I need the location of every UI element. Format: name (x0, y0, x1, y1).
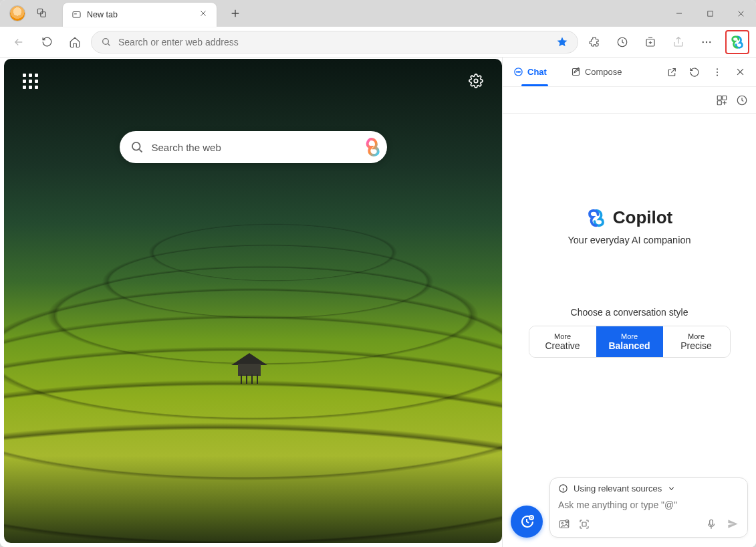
style-balanced-button[interactable]: More Balanced (596, 326, 663, 357)
add-image-button[interactable] (558, 518, 570, 530)
copilot-search-icon[interactable] (360, 136, 382, 158)
svg-point-12 (474, 79, 478, 83)
home-button[interactable] (63, 30, 87, 54)
background-hut-decoration (231, 353, 267, 380)
browser-tab[interactable]: New tab (63, 3, 217, 27)
info-icon (558, 483, 568, 494)
address-bar[interactable] (91, 31, 578, 53)
ask-box: Using relevant sources (549, 477, 748, 538)
copilot-tagline: Your everyday AI companion (568, 235, 690, 245)
panel-close-button[interactable] (731, 63, 749, 82)
panel-header: Chat Compose (503, 58, 756, 87)
svg-point-16 (518, 72, 519, 72)
svg-point-13 (132, 142, 140, 150)
tab-close-button[interactable] (199, 9, 210, 20)
chat-icon (513, 67, 523, 77)
svg-point-29 (561, 522, 563, 524)
page-settings-button[interactable] (469, 74, 483, 88)
svg-point-10 (706, 41, 707, 42)
svg-rect-5 (707, 11, 712, 15)
tab-favicon-icon (71, 9, 82, 20)
menu-button[interactable] (695, 30, 719, 54)
app-launcher-button[interactable] (23, 74, 38, 89)
tab-compose[interactable]: Compose (567, 64, 626, 80)
send-button[interactable] (727, 518, 739, 530)
search-icon (130, 140, 144, 154)
svg-point-9 (703, 41, 704, 42)
copilot-icon (730, 35, 745, 49)
visual-search-button[interactable] (578, 518, 590, 530)
panel-history-button[interactable] (736, 94, 748, 106)
search-icon (101, 37, 112, 47)
svg-rect-23 (723, 96, 727, 100)
svg-rect-24 (717, 100, 721, 104)
ntp-search-placeholder: Search the web (152, 142, 352, 153)
style-creative-button[interactable]: More Creative (529, 326, 596, 357)
conversation-style-selector: More Creative More Balanced More Precise (529, 326, 731, 358)
copilot-logo-icon (586, 208, 606, 228)
svg-rect-22 (717, 96, 721, 100)
window-maximize-button[interactable] (695, 0, 725, 27)
panel-more-button[interactable] (708, 63, 727, 82)
svg-point-17 (519, 72, 520, 72)
compose-icon (571, 67, 581, 77)
copilot-panel: Chat Compose (502, 58, 756, 547)
svg-rect-0 (37, 9, 43, 14)
titlebar: New tab (0, 0, 756, 27)
panel-subheader (503, 87, 756, 114)
svg-point-19 (717, 68, 718, 70)
svg-rect-1 (41, 12, 46, 17)
svg-rect-2 (72, 11, 80, 17)
svg-rect-32 (710, 520, 713, 525)
open-external-button[interactable] (662, 63, 681, 82)
new-topic-button[interactable] (511, 506, 543, 538)
new-tab-button[interactable] (226, 4, 245, 23)
profile-avatar[interactable] (9, 5, 25, 21)
tab-chat[interactable]: Chat (509, 64, 551, 80)
favorite-star-icon[interactable] (556, 36, 568, 48)
refresh-button[interactable] (35, 30, 59, 54)
tab-compose-label: Compose (585, 67, 622, 77)
workspaces-icon[interactable] (35, 6, 49, 21)
window-close-button[interactable] (725, 0, 756, 27)
tab-chat-label: Chat (527, 67, 547, 77)
style-prompt-label: Choose a conversation style (571, 307, 688, 318)
extensions-button[interactable] (582, 30, 606, 54)
svg-point-20 (717, 71, 718, 72)
history-button[interactable] (610, 30, 634, 54)
panel-refresh-button[interactable] (685, 63, 704, 82)
svg-point-15 (517, 72, 517, 72)
share-button[interactable] (666, 30, 690, 54)
svg-point-6 (103, 38, 109, 44)
svg-point-3 (74, 13, 75, 14)
sources-label: Using relevant sources (574, 483, 662, 494)
svg-rect-31 (582, 522, 586, 526)
copilot-brand-title: Copilot (613, 207, 673, 228)
collections-button[interactable] (638, 30, 662, 54)
copilot-toolbar-button[interactable] (725, 30, 749, 54)
address-input[interactable] (118, 37, 549, 47)
ntp-search-box[interactable]: Search the web (120, 131, 387, 163)
svg-point-21 (717, 74, 718, 76)
microphone-button[interactable] (705, 518, 717, 530)
chevron-down-icon[interactable] (667, 484, 676, 493)
tab-title: New tab (87, 10, 194, 19)
style-precise-button[interactable]: More Precise (663, 326, 730, 357)
toolbar (0, 27, 756, 58)
svg-point-11 (709, 41, 711, 42)
plugins-button[interactable] (716, 94, 728, 106)
new-tab-page: Search the web (4, 59, 502, 543)
back-button[interactable] (7, 30, 31, 54)
svg-point-4 (76, 13, 76, 14)
ask-input[interactable] (558, 500, 739, 510)
window-minimize-button[interactable] (664, 0, 695, 27)
